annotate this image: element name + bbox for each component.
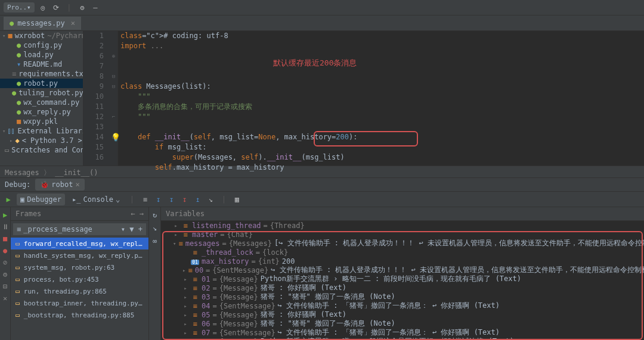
pause-icon[interactable]: ⏸ bbox=[2, 223, 9, 231]
code-editor[interactable]: 12678910111213141516 ⊕⊟⊟⌐⊟ class="c"># c… bbox=[83, 31, 644, 166]
frames-mid-gutter: ↻ ↘ ∞ bbox=[149, 207, 161, 340]
stack-frame[interactable]: ▭ process, bot.py:453 bbox=[11, 273, 148, 285]
tree-ext-lib[interactable]: ▾⫿⫿External Libraries bbox=[0, 126, 83, 136]
fold-gutter[interactable]: ⊕⊟⊟⌐⊟ bbox=[110, 31, 118, 166]
editor-tabbar: ● messages.py × bbox=[0, 15, 644, 31]
sync-icon[interactable]: ⟳ bbox=[51, 3, 61, 13]
close-icon[interactable]: × bbox=[71, 19, 75, 27]
target-icon[interactable]: ◎ bbox=[38, 3, 48, 13]
tab-label: messages.py bbox=[17, 19, 64, 27]
show-icon[interactable]: ↘ bbox=[153, 224, 157, 232]
link-icon[interactable]: ∞ bbox=[153, 237, 157, 245]
debug-left-gutter: ▶ ⏸ ■ ● ⊘ ⚙ ⊟ ✕ bbox=[0, 207, 11, 340]
divider-icon: | bbox=[127, 195, 137, 204]
debug-tab-robot[interactable]: 🐞robot× bbox=[35, 179, 84, 191]
frames-panel: Frames← → ≡_process_message▾ ▼ + ▭ forwa… bbox=[11, 207, 149, 340]
tree-file[interactable]: ■wxpy.pkl bbox=[0, 117, 83, 126]
tab-messages[interactable]: ● messages.py × bbox=[4, 17, 81, 30]
divider-icon: | bbox=[64, 3, 74, 13]
run-to-cursor-icon[interactable]: ↘ bbox=[206, 195, 215, 204]
stack-frame[interactable]: ▭ _bootstrap, threading.py:885 bbox=[11, 309, 148, 321]
debug-icon: ▣ bbox=[20, 195, 24, 204]
annotation-text: 默认缓存最近200条消息 bbox=[273, 58, 357, 68]
tree-file[interactable]: ▾README.md bbox=[0, 60, 83, 69]
main-toolbar: Pro..▾ ◎ ⟳ | ⚙ — bbox=[0, 0, 644, 15]
line-gutter: 12678910111213141516 bbox=[83, 31, 110, 166]
console-tab[interactable]: ▸_Console⌄ bbox=[69, 194, 123, 205]
tree-file[interactable]: ●wx_command.py bbox=[0, 98, 83, 107]
highlight-box bbox=[314, 131, 418, 146]
python-file-icon: ● bbox=[10, 19, 14, 27]
project-combo[interactable]: Pro..▾ bbox=[4, 2, 35, 13]
project-panel: ▾■wxrobot ~/PycharmProjec ●config.py●loa… bbox=[0, 31, 83, 166]
step-into2-icon[interactable]: ↧ bbox=[166, 195, 176, 204]
tree-file[interactable]: ●robot.py bbox=[0, 79, 83, 88]
step-out-icon[interactable]: ↥ bbox=[193, 195, 202, 204]
stack-frame[interactable]: ▭ run, threading.py:865 bbox=[11, 285, 148, 297]
bug-icon: 🐞 bbox=[40, 180, 49, 189]
stack-frame[interactable]: ▭ forward_recalled_msg, wx_reply.py:48 bbox=[11, 238, 148, 249]
debug-bar: Debug: 🐞robot× bbox=[0, 177, 644, 192]
filter-icon[interactable]: ▼ bbox=[129, 225, 134, 233]
tree-root[interactable]: ▾■wxrobot ~/PycharmProjec bbox=[0, 31, 83, 40]
debug-body: ▶ ⏸ ■ ● ⊘ ⚙ ⊟ ✕ Frames← → ≡_process_mess… bbox=[0, 207, 644, 340]
tree-file[interactable]: ●config.py bbox=[0, 40, 83, 50]
close-icon[interactable]: × bbox=[75, 180, 79, 189]
variables-header: Variables bbox=[161, 207, 644, 221]
view-bp-icon[interactable]: ● bbox=[3, 247, 7, 255]
debugger-tab[interactable]: ▣Debugger bbox=[17, 194, 65, 205]
file-tree[interactable]: ▾■wxrobot ~/PycharmProjec ●config.py●loa… bbox=[0, 31, 83, 166]
messages-highlight-box bbox=[162, 231, 643, 340]
collapse-icon[interactable]: — bbox=[91, 3, 100, 13]
pin-icon[interactable]: ⊟ bbox=[3, 282, 7, 291]
restore-icon[interactable]: ↻ bbox=[153, 211, 157, 219]
stack-frame[interactable]: ▭ system_msg, robot.py:63 bbox=[11, 261, 148, 273]
settings-icon[interactable]: ⚙ bbox=[3, 270, 7, 279]
variables-panel: Variables ▸≡ listening_thread = {Thread}… bbox=[161, 207, 644, 340]
tree-python[interactable]: ▸◆< Python 3.7 > /usr/loc bbox=[0, 136, 83, 145]
add-icon[interactable]: + bbox=[138, 225, 143, 233]
frames-header: Frames← → bbox=[11, 207, 148, 221]
close-icon[interactable]: ✕ bbox=[3, 294, 7, 302]
stack-frame[interactable]: ▭ bootstrap_inner, threading.py:917 bbox=[11, 297, 148, 309]
gear-icon[interactable]: ⚙ bbox=[78, 3, 87, 13]
console-icon: ▸_ bbox=[72, 195, 80, 204]
resume-icon[interactable]: ▶ bbox=[3, 211, 7, 219]
debug-label: Debug: bbox=[5, 180, 30, 189]
tree-file[interactable]: ●tuling_robot.py bbox=[0, 88, 83, 98]
thread-selector[interactable]: ≡_process_message▾ ▼ + bbox=[13, 223, 146, 235]
divider-icon: | bbox=[219, 195, 228, 204]
evaluate-icon[interactable]: ▦ bbox=[232, 195, 242, 204]
tree-file[interactable]: ●wx_reply.py bbox=[0, 107, 83, 117]
force-step-icon[interactable]: ↧ bbox=[179, 195, 189, 204]
prev-frame-icon[interactable]: ← bbox=[131, 210, 135, 218]
mute-bp-icon[interactable]: ⊘ bbox=[3, 258, 7, 267]
expand-icon[interactable]: ⌄ bbox=[116, 195, 120, 204]
step-over-icon[interactable]: ≡ bbox=[140, 195, 150, 204]
code-body[interactable]: class="c"># coding: utf-8import ...class… bbox=[118, 31, 644, 166]
next-frame-icon[interactable]: → bbox=[140, 210, 144, 218]
main-area: ▾■wxrobot ~/PycharmProjec ●config.py●loa… bbox=[0, 31, 644, 166]
tree-file[interactable]: ●load.py bbox=[0, 50, 83, 60]
variable-row[interactable]: ▸≡ listening_thread = {Thread} bbox=[161, 221, 644, 230]
stack-frame[interactable]: ▭ handle_system_msg, wx_reply.py:40 bbox=[11, 249, 148, 261]
thread-icon: ≡ bbox=[17, 225, 21, 233]
rerun-icon[interactable]: ▶ bbox=[4, 195, 13, 204]
tree-scratches[interactable]: ▭Scratches and Consoles bbox=[0, 145, 83, 155]
debug-toolbar: ▶ ▣Debugger ▸_Console⌄ | ≡ ↧ ↧ ↧ ↥ ↘ | ▦ bbox=[0, 192, 644, 207]
tree-file[interactable]: ≡requirements.txt bbox=[0, 69, 83, 79]
stop-icon[interactable]: ■ bbox=[3, 235, 7, 243]
step-into-icon[interactable]: ↧ bbox=[153, 195, 163, 204]
